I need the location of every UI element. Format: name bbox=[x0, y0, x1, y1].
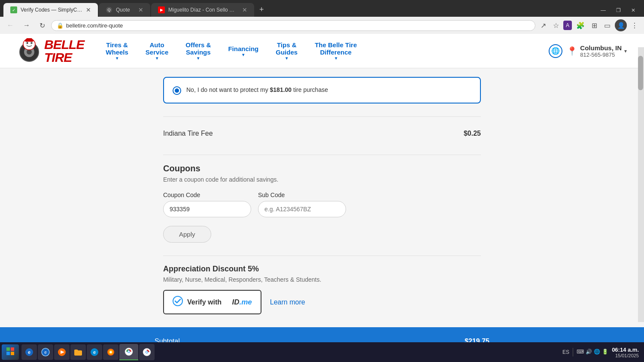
sub-code-input[interactable] bbox=[258, 201, 346, 217]
coupons-section: Coupons Enter a coupon code for addition… bbox=[163, 164, 481, 243]
taskbar-firefox-btn[interactable] bbox=[103, 344, 118, 360]
volume-icon: 🔊 bbox=[586, 349, 592, 355]
svg-rect-15 bbox=[11, 347, 14, 351]
site-header: BELLE TIRE Tires &Wheels ▾ AutoService ▾… bbox=[0, 34, 644, 68]
nav-item-financing[interactable]: Financing ▾ bbox=[219, 34, 267, 68]
nav-label-offers: Offers &Savings bbox=[185, 41, 211, 56]
coupons-divider bbox=[163, 155, 481, 155]
sidebar-icon[interactable]: ▭ bbox=[601, 20, 613, 31]
coupon-code-group: Coupon Code bbox=[163, 192, 251, 217]
tab1-title: Verify Codes — SimplyCodes bbox=[21, 7, 82, 13]
svg-rect-12 bbox=[27, 38, 32, 39]
location-area: 🌐 📍 Columbus, IN 812-565-9875 ▾ bbox=[549, 44, 627, 58]
window-restore-button[interactable]: ❐ bbox=[611, 6, 626, 15]
verify-idme-button[interactable]: Verify with ID.me bbox=[163, 290, 261, 314]
svg-point-34 bbox=[146, 351, 148, 353]
nav-item-difference[interactable]: The Belle TireDifference ▾ bbox=[306, 34, 365, 68]
taskbar-ie2-btn[interactable]: e bbox=[38, 344, 53, 360]
share-icon[interactable]: ↗ bbox=[538, 20, 549, 31]
fee-amount: $0.25 bbox=[464, 130, 481, 137]
location-selector[interactable]: 📍 Columbus, IN 812-565-9875 ▾ bbox=[567, 44, 627, 58]
logo-belle: BELLE bbox=[44, 38, 84, 51]
svg-rect-14 bbox=[6, 347, 10, 351]
clock: ⌨ 🔊 🌐 🔋 bbox=[577, 349, 608, 356]
coupon-code-input[interactable] bbox=[163, 201, 251, 217]
browser-toolbar: ← → ↻ 🔒 belletire.com/tire-quote ↗ ☆ A 🧩… bbox=[0, 17, 644, 34]
tires-arrow-icon: ▾ bbox=[116, 56, 118, 61]
taskbar-ie-btn[interactable]: e bbox=[21, 344, 37, 360]
nav-item-tires-wheels[interactable]: Tires &Wheels ▾ bbox=[97, 34, 137, 68]
nav-item-offers[interactable]: Offers &Savings ▾ bbox=[177, 34, 219, 68]
back-button[interactable]: ← bbox=[3, 20, 17, 31]
window-minimize-button[interactable]: — bbox=[595, 6, 611, 15]
globe-icon[interactable]: 🌐 bbox=[549, 44, 562, 58]
tab2-close-icon[interactable]: ✕ bbox=[138, 6, 143, 13]
offers-arrow-icon: ▾ bbox=[197, 56, 199, 61]
appreciation-divider bbox=[163, 256, 481, 256]
toolbar-icons: ↗ ☆ A 🧩 ⊞ ▭ 👤 ⋮ bbox=[538, 19, 641, 31]
new-tab-button[interactable]: + bbox=[255, 3, 268, 17]
browser-chrome: ✓ Verify Codes — SimplyCodes ✕ Q Quote ✕… bbox=[0, 0, 644, 34]
svg-point-8 bbox=[26, 42, 27, 43]
indiana-fee-row: Indiana Tire Fee $0.25 bbox=[163, 125, 481, 142]
nav-item-tips[interactable]: Tips &Guides ▾ bbox=[267, 34, 306, 68]
nav-item-auto-service[interactable]: AutoService ▾ bbox=[137, 34, 177, 68]
nav-label-financing: Financing bbox=[228, 45, 258, 52]
difference-arrow-icon: ▾ bbox=[335, 56, 337, 61]
logo-text: BELLE TIRE bbox=[44, 38, 84, 64]
browser-tab-1[interactable]: ✓ Verify Codes — SimplyCodes ✕ bbox=[3, 3, 98, 17]
refresh-button[interactable]: ↻ bbox=[36, 20, 49, 31]
taskbar-chrome-orange[interactable] bbox=[139, 344, 155, 360]
puzzle-icon[interactable]: 🧩 bbox=[574, 20, 587, 31]
optout-suffix: tire purchase bbox=[292, 86, 328, 93]
verify-with-text: Verify with bbox=[187, 298, 222, 306]
optout-radio[interactable] bbox=[173, 86, 181, 95]
forward-button[interactable]: → bbox=[20, 20, 33, 31]
taskbar-wmp-btn[interactable] bbox=[54, 344, 70, 360]
location-text: Columbus, IN 812-565-9875 bbox=[580, 44, 622, 58]
start-button[interactable] bbox=[2, 344, 19, 360]
location-pin-icon: 📍 bbox=[567, 46, 577, 56]
nav-label-tires: Tires &Wheels bbox=[106, 41, 128, 56]
extensions-icon[interactable]: A bbox=[563, 21, 572, 30]
taskbar-folder-btn[interactable] bbox=[70, 344, 86, 360]
svg-point-31 bbox=[128, 351, 130, 353]
profile-icon[interactable]: 👤 bbox=[615, 19, 627, 31]
url-text: belletire.com/tire-quote bbox=[66, 22, 530, 29]
taskbar-chrome-active[interactable] bbox=[119, 344, 138, 360]
sync-icon[interactable]: ⊞ bbox=[589, 20, 600, 31]
tab3-close-icon[interactable]: ✕ bbox=[242, 6, 247, 13]
verify-check-icon bbox=[173, 296, 183, 308]
svg-text:e: e bbox=[93, 350, 96, 355]
browser-tab-2[interactable]: Q Quote ✕ bbox=[99, 3, 150, 17]
optout-protection-box: No, I do not want to protect my $181.00 … bbox=[163, 77, 481, 103]
fee-label: Indiana Tire Fee bbox=[163, 130, 213, 137]
clock-date: 15/01/2025 bbox=[615, 353, 639, 358]
bookmark-star-icon[interactable]: ☆ bbox=[550, 20, 562, 31]
belle-tire-logo[interactable]: BELLE TIRE bbox=[17, 38, 84, 64]
lang-indicator: ES bbox=[562, 349, 569, 355]
scrollbar[interactable] bbox=[638, 47, 644, 322]
window-close-button[interactable]: ✕ bbox=[626, 6, 641, 15]
tab3-favicon: ▶ bbox=[158, 6, 165, 13]
learn-more-link[interactable]: Learn more bbox=[270, 298, 305, 306]
apply-button[interactable]: Apply bbox=[163, 226, 211, 243]
menu-icon[interactable]: ⋮ bbox=[629, 20, 641, 31]
tab2-title: Quote bbox=[116, 7, 135, 13]
taskbar: e e e ES ⌨ 🔊 🌐 🔋 bbox=[0, 342, 644, 362]
tab1-close-icon[interactable]: ✕ bbox=[86, 6, 91, 13]
url-bar[interactable]: 🔒 belletire.com/tire-quote bbox=[51, 20, 535, 31]
svg-text:e: e bbox=[44, 350, 47, 355]
tab1-favicon: ✓ bbox=[10, 6, 17, 13]
lock-icon: 🔒 bbox=[57, 22, 64, 29]
browser-tab-3[interactable]: ▶ Miguelito Díaz - Con Sello Migu... ✕ bbox=[151, 3, 254, 17]
sys-tray: ES ⌨ 🔊 🌐 🔋 06:14 a.m. 15/01/2025 bbox=[562, 347, 642, 358]
taskbar-edge-btn[interactable]: e bbox=[87, 344, 102, 360]
verify-row: Verify with ID.me Learn more bbox=[163, 290, 481, 314]
keyboard-icon: ⌨ bbox=[577, 349, 584, 355]
logo-tire: TIRE bbox=[44, 51, 84, 64]
svg-point-28 bbox=[110, 351, 112, 353]
svg-point-4 bbox=[27, 49, 32, 55]
financing-arrow-icon: ▾ bbox=[242, 52, 244, 57]
scrollbar-thumb[interactable] bbox=[638, 56, 643, 90]
